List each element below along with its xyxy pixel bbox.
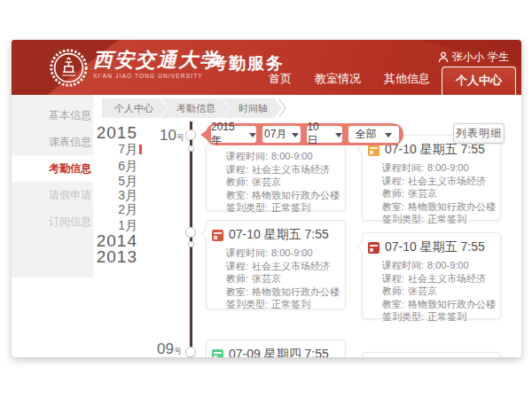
list-detail-button[interactable]: 列表明细 (453, 123, 505, 144)
attendance-card[interactable] (362, 352, 501, 357)
card-row: 教师:张芸京 (382, 187, 493, 200)
nav-tab-classrooms[interactable]: 教室情况 (303, 71, 372, 95)
card-title: 07-10 星期五 7:55 (229, 227, 329, 243)
user-role: 学生 (488, 50, 509, 65)
card-row: 签到类型:正常签到 (382, 310, 493, 324)
nav-tab-personal-center[interactable]: 个人中心 (442, 66, 516, 95)
calendar-icon (368, 242, 379, 254)
attendance-card[interactable]: 07-10 星期五 7:55 课程时间:8:00-9:00 课程:社会主义市场经… (206, 220, 346, 309)
card-row: 课程:社会主义市场经济 (226, 260, 338, 273)
card-row: 签到类型:正常签到 (226, 201, 338, 215)
card-title: 07-10 星期五 7:55 (385, 239, 485, 255)
chevron-down-icon (249, 133, 256, 141)
calendar-icon (368, 145, 379, 156)
university-name-en: XI'AN JIAO TONG UNIVERSITY (93, 73, 221, 79)
breadcrumb: 个人中心 考勤信息 时间轴 (102, 98, 287, 118)
university-name-cn: 西安交通大学 (93, 50, 221, 71)
breadcrumb-personal-center[interactable]: 个人中心 (102, 98, 168, 118)
app-window: 西安交通大学 XI'AN JIAO TONG UNIVERSITY 考勤服务 张… (12, 40, 521, 357)
axis-month-jun[interactable]: 6月 (65, 159, 137, 175)
attendance-card[interactable]: 07-10 星期五 7:55 课程时间:8:00-9:00 课程:社会主义市场经… (362, 135, 501, 221)
university-logo-text: 西安交通大学 XI'AN JIAO TONG UNIVERSITY (93, 50, 221, 79)
date-filter-bubble: 2015年 07月 10日 全部 (206, 123, 403, 145)
month-select[interactable]: 07月 (262, 126, 301, 143)
card-row: 教室:格物致知行政办公楼 (226, 189, 338, 202)
nav-tab-other-info[interactable]: 其他信息 (372, 71, 442, 95)
university-seal-icon (49, 48, 89, 88)
card-row: 课程:社会主义市场经济 (382, 272, 493, 286)
card-row: 教师:张芸京 (226, 272, 338, 286)
day-label-10: 10号 (160, 127, 184, 145)
timeline-node[interactable] (188, 241, 194, 247)
card-row: 课程:社会主义市场经济 (382, 175, 493, 188)
breadcrumb-attendance-info[interactable]: 考勤信息 (160, 98, 230, 118)
nav-tab-home[interactable]: 首页 (257, 71, 303, 95)
attendance-card[interactable]: 课程时间:8:00-9:00 课程:社会主义市场经济 教师:张芸京 教室:格物致… (206, 145, 346, 211)
card-title: 07-10 星期五 7:55 (385, 142, 485, 158)
main-nav: 首页 教室情况 其他信息 个人中心 (257, 66, 516, 95)
timeline-node[interactable] (185, 227, 196, 238)
axis-month-feb[interactable]: 2月 (65, 202, 137, 218)
day-label-09: 09号 (157, 340, 182, 357)
card-row: 签到类型:正常签到 (382, 213, 493, 226)
card-row: 教室:格物致知行政办公楼 (226, 286, 338, 299)
card-row: 课程时间:8:00-9:00 (226, 246, 338, 260)
attendance-card[interactable]: 07-10 星期五 7:55 课程时间:8:00-9:00 课程:社会主义市场经… (362, 232, 501, 319)
card-title: 07-09 星期四 7:55 (229, 347, 329, 357)
timeline-node[interactable] (185, 129, 196, 140)
user-icon (438, 51, 449, 63)
axis-year-2013[interactable]: 2013 (65, 247, 137, 267)
app-header: 西安交通大学 XI'AN JIAO TONG UNIVERSITY 考勤服务 张… (12, 40, 521, 95)
card-row: 课程时间:8:00-9:00 (382, 259, 493, 272)
chevron-down-icon (335, 133, 342, 141)
current-month-marker (139, 145, 142, 154)
day-select[interactable]: 10日 (307, 126, 341, 143)
type-select[interactable]: 全部 (348, 126, 399, 143)
chevron-down-icon (385, 133, 392, 141)
card-row: 教师:张芸京 (226, 176, 338, 189)
attendance-card[interactable]: 07-09 星期四 7:55 (206, 340, 346, 357)
axis-year-2015[interactable]: 2015 (65, 123, 137, 143)
calendar-icon (212, 349, 223, 358)
card-row: 课程时间:8:00-9:00 (226, 150, 338, 163)
content-area: 基本信息 课表信息 考勤信息 请假申请 订阅信息 个人中心 考勤信息 时间轴 2… (12, 95, 521, 357)
card-row: 教师:张芸京 (382, 285, 493, 298)
chevron-down-icon (292, 133, 299, 141)
user-info[interactable]: 张小小 学生 (438, 50, 509, 65)
timeline-node[interactable] (188, 145, 194, 152)
card-row: 教室:格物致知行政办公楼 (382, 298, 493, 311)
year-select[interactable]: 2015年 (211, 126, 256, 143)
user-name: 张小小 (452, 50, 484, 65)
breadcrumb-timeline[interactable]: 时间轴 (223, 98, 282, 118)
card-row: 教室:格物致知行政办公楼 (382, 200, 493, 214)
card-row: 课程时间:8:00-9:00 (382, 161, 493, 175)
card-row: 课程:社会主义市场经济 (226, 163, 338, 176)
card-row: 签到类型:正常签到 (226, 298, 338, 311)
timeline-line (190, 121, 192, 357)
axis-month-jul[interactable]: 7月 (65, 142, 137, 158)
timeline-node[interactable] (185, 347, 196, 357)
calendar-icon (212, 230, 223, 241)
